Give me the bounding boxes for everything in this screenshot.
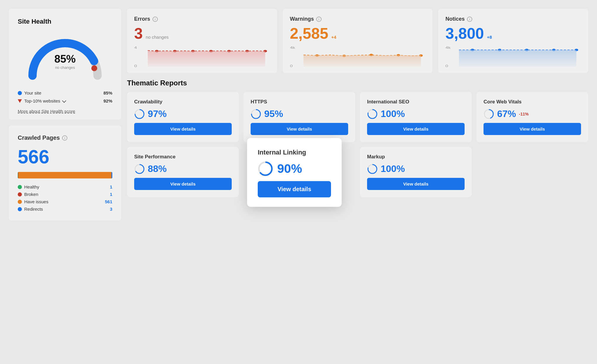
warnings-change: +4 xyxy=(331,35,336,40)
thematic-row-2: Site Performance 88% View details Inte xyxy=(127,147,588,197)
site-performance-circle-icon xyxy=(134,164,145,174)
international-seo-title: International SEO xyxy=(367,99,465,105)
core-web-vitals-score: 67% xyxy=(497,108,516,119)
svg-text:4k: 4k xyxy=(290,46,296,49)
empty-card xyxy=(476,147,588,197)
crawled-count: 566 xyxy=(18,146,112,168)
crawlability-score: 97% xyxy=(148,108,167,119)
notices-value: 3,800 xyxy=(445,25,484,42)
svg-text:0: 0 xyxy=(445,64,448,68)
list-item: Have issues 561 xyxy=(18,199,112,204)
errors-value: 3 xyxy=(134,25,143,42)
errors-change: no changes xyxy=(146,35,169,40)
international-seo-card: International SEO 100% View details xyxy=(360,92,472,142)
issues-label: Have issues xyxy=(24,199,48,204)
notices-chart: 4k 0 xyxy=(445,45,581,68)
redirects-label: Redirects xyxy=(24,207,43,212)
popup-score: 90% xyxy=(277,162,302,176)
broken-label: Broken xyxy=(24,192,38,197)
markup-view-details-button[interactable]: View details xyxy=(367,178,465,190)
notices-info-icon[interactable]: i xyxy=(467,17,472,22)
crawlability-view-details-button[interactable]: View details xyxy=(134,123,232,135)
top-sites-icon xyxy=(18,99,22,103)
core-web-vitals-circle-icon xyxy=(484,109,494,119)
notices-card: Notices i 3,800 +8 4k xyxy=(438,9,588,73)
top-sites-label: Top-10% websites xyxy=(24,98,60,103)
svg-text:0: 0 xyxy=(134,64,137,68)
healthy-dot xyxy=(18,185,22,189)
healthy-label: Healthy xyxy=(24,184,39,189)
gauge-center: 85% no changes xyxy=(54,53,76,70)
top-sites-legend: Top-10% websites 92% xyxy=(18,98,112,103)
internal-linking-popup-overlay: Internal Linking 90% View details xyxy=(247,138,342,207)
https-circle-icon xyxy=(251,109,261,119)
international-seo-view-details-button[interactable]: View details xyxy=(367,123,465,135)
warnings-info-icon[interactable]: i xyxy=(316,17,322,22)
your-site-dot xyxy=(18,91,22,95)
https-card: HTTPS 95% View details xyxy=(244,92,355,142)
errors-chart: 4 0 xyxy=(134,45,270,68)
thematic-reports-section: Thematic Reports Crawlability 97% View d… xyxy=(127,79,588,197)
site-health-title: Site Health xyxy=(18,18,112,25)
gauge-subtitle: no changes xyxy=(54,65,76,70)
markup-circle-icon xyxy=(367,164,378,174)
pb-issues xyxy=(18,172,111,178)
markup-score: 100% xyxy=(381,163,405,174)
warnings-label: Warnings xyxy=(290,16,314,22)
more-about-site-health-link[interactable]: More about Site Health score xyxy=(18,109,75,114)
errors-info-icon[interactable]: i xyxy=(153,17,158,22)
site-health-card: Site Health 85% no changes xyxy=(9,9,121,120)
https-view-details-button[interactable]: View details xyxy=(251,123,348,135)
svg-point-0 xyxy=(91,65,97,71)
broken-dot xyxy=(18,192,22,196)
popup-title: Internal Linking xyxy=(258,149,306,156)
crawlability-card: Crawlability 97% View details xyxy=(127,92,239,142)
thematic-row-1: Crawlability 97% View details HTTPS xyxy=(127,92,588,142)
list-item: Healthy 1 xyxy=(18,184,112,189)
markup-title: Markup xyxy=(367,154,465,160)
site-performance-title: Site Performance xyxy=(134,154,232,160)
errors-card: Errors i 3 no changes xyxy=(127,9,277,73)
redirects-count: 3 xyxy=(110,207,112,212)
https-title: HTTPS xyxy=(251,99,348,105)
your-site-label: Your site xyxy=(24,90,41,95)
site-performance-view-details-button[interactable]: View details xyxy=(134,178,232,190)
your-site-value: 85% xyxy=(103,90,112,95)
international-seo-circle-icon xyxy=(367,109,378,119)
markup-card: Markup 100% View details xyxy=(360,147,472,197)
internal-linking-popup: Internal Linking 90% View details xyxy=(247,138,342,207)
crawled-pages-card: Crawled Pages i 566 Healthy 1 xyxy=(9,126,121,220)
healthy-count: 1 xyxy=(110,184,112,189)
right-panel: Errors i 3 no changes xyxy=(127,9,588,355)
crawlability-circle-icon xyxy=(134,109,145,119)
warnings-value: 2,585 xyxy=(290,25,328,42)
site-performance-card: Site Performance 88% View details xyxy=(127,147,239,197)
list-item: Broken 1 xyxy=(18,192,112,197)
svg-text:4: 4 xyxy=(134,46,137,49)
https-score: 95% xyxy=(264,108,283,119)
top-metrics: Errors i 3 no changes xyxy=(127,9,588,73)
gauge-percent: 85% xyxy=(54,53,76,65)
notices-change: +8 xyxy=(487,35,492,40)
left-panel: Site Health 85% no changes xyxy=(9,9,121,355)
chevron-down-icon[interactable] xyxy=(62,98,66,103)
site-performance-score: 88% xyxy=(148,163,167,174)
broken-count: 1 xyxy=(110,192,112,197)
gauge-container: 85% no changes xyxy=(18,31,112,84)
internal-linking-popup-view-details-button[interactable]: View details xyxy=(258,181,331,197)
top-sites-value: 92% xyxy=(103,98,112,103)
notices-label: Notices xyxy=(445,16,465,22)
thematic-title: Thematic Reports xyxy=(127,79,588,87)
core-web-vitals-card: Core Web Vitals 67% -11% View details xyxy=(476,92,588,142)
your-site-legend: Your site 85% xyxy=(18,90,112,95)
crawled-pages-info-icon[interactable]: i xyxy=(62,135,67,141)
core-web-vitals-view-details-button[interactable]: View details xyxy=(484,123,581,135)
issues-count: 561 xyxy=(105,199,112,204)
svg-text:0: 0 xyxy=(290,64,293,68)
crawled-title: Crawled Pages i xyxy=(18,134,112,141)
crawled-progress-bar xyxy=(18,172,112,178)
warnings-chart: 4k 0 xyxy=(290,45,426,68)
popup-circle-icon xyxy=(258,161,273,176)
redirects-dot xyxy=(18,207,22,211)
warnings-card: Warnings i 2,585 +4 4 xyxy=(283,9,433,73)
